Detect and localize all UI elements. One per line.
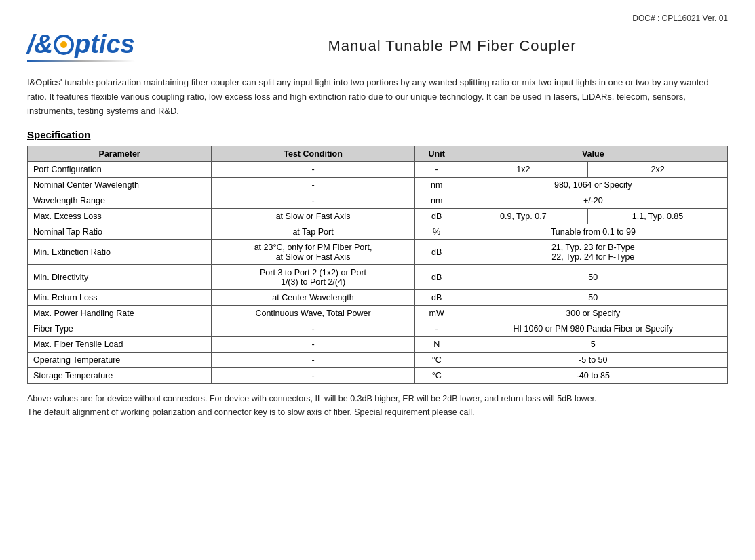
cond-ext-ratio: at 23°C, only for PM Fiber Port,at Slow …	[212, 240, 414, 265]
footer-notes: Above values are for device without conn…	[27, 392, 728, 419]
unit-return-loss: dB	[414, 290, 459, 306]
table-row: Min. Extinction Ratio at 23°C, only for …	[28, 240, 728, 265]
page-title: Manual Tunable PM Fiber Coupler	[176, 37, 728, 55]
cond-op-temp: -	[212, 353, 414, 368]
logo: / & ptics	[27, 30, 176, 62]
cond-tensile-load: -	[212, 337, 414, 353]
section-title: Specification	[27, 129, 728, 140]
footer-line1: Above values are for device without conn…	[27, 394, 597, 403]
table-row: Nominal Center Wavelength - nm 980, 1064…	[28, 178, 728, 193]
param-fiber-type: Fiber Type	[28, 321, 212, 337]
logo-amp: &	[35, 30, 53, 59]
val-2x2: 2x2	[588, 162, 728, 178]
product-description: I&Optics' tunable polarization maintaini…	[27, 76, 728, 118]
param-ext-ratio: Min. Extinction Ratio	[28, 240, 212, 265]
val-power-handling: 300 or Specify	[459, 306, 727, 321]
cond-wavelength: -	[212, 178, 414, 193]
cond-fiber-type: -	[212, 321, 414, 337]
unit-ext-ratio: dB	[414, 240, 459, 265]
header-value: Value	[459, 146, 727, 162]
val-wl-range: +/-20	[459, 193, 727, 209]
table-row: Max. Excess Loss at Slow or Fast Axis dB…	[28, 209, 728, 224]
cond-return-loss: at Center Wavelength	[212, 290, 414, 306]
val-op-temp: -5 to 50	[459, 353, 727, 368]
unit-tensile-load: N	[414, 337, 459, 353]
val-ext-ratio: 21, Typ. 23 for B-Type22, Typ. 24 for F-…	[459, 240, 727, 265]
unit-directivity: dB	[414, 265, 459, 290]
table-row: Operating Temperature - °C -5 to 50	[28, 353, 728, 368]
unit-op-temp: °C	[414, 353, 459, 368]
unit-excess-loss: dB	[414, 209, 459, 224]
cond-storage-temp: -	[212, 368, 414, 384]
header-parameter: Parameter	[28, 146, 212, 162]
table-row: Wavelength Range - nm +/-20	[28, 193, 728, 209]
table-row: Min. Directivity Port 3 to Port 2 (1x2) …	[28, 265, 728, 290]
val-excess-loss-2x2: 1.1, Typ. 0.85	[588, 209, 728, 224]
val-directivity: 50	[459, 265, 727, 290]
table-header-row: Parameter Test Condition Unit Value	[28, 146, 728, 162]
spec-table: Parameter Test Condition Unit Value Port…	[27, 146, 728, 384]
unit-port-config: -	[414, 162, 459, 178]
val-excess-loss-1x2: 0.9, Typ. 0.7	[459, 209, 587, 224]
param-directivity: Min. Directivity	[28, 265, 212, 290]
table-row: Max. Power Handling Rate Continuous Wave…	[28, 306, 728, 321]
header-unit: Unit	[414, 146, 459, 162]
cond-port-config: -	[212, 162, 414, 178]
param-tensile-load: Max. Fiber Tensile Load	[28, 337, 212, 353]
table-row: Min. Return Loss at Center Wavelength dB…	[28, 290, 728, 306]
cond-tap-ratio: at Tap Port	[212, 224, 414, 240]
doc-reference: DOC# : CPL16021 Ver. 01	[27, 14, 728, 23]
header-area: / & ptics Manual Tunable PM Fiber Couple…	[27, 30, 728, 62]
val-tensile-load: 5	[459, 337, 727, 353]
param-op-temp: Operating Temperature	[28, 353, 212, 368]
cond-power-handling: Continuous Wave, Total Power	[212, 306, 414, 321]
val-fiber-type: HI 1060 or PM 980 Panda Fiber or Specify	[459, 321, 727, 337]
cond-wl-range: -	[212, 193, 414, 209]
val-return-loss: 50	[459, 290, 727, 306]
param-power-handling: Max. Power Handling Rate	[28, 306, 212, 321]
param-port-config: Port Configuration	[28, 162, 212, 178]
cond-excess-loss: at Slow or Fast Axis	[212, 209, 414, 224]
val-1x2: 1x2	[459, 162, 587, 178]
table-row: Storage Temperature - °C -40 to 85	[28, 368, 728, 384]
table-row: Port Configuration - - 1x2 2x2	[28, 162, 728, 178]
param-excess-loss: Max. Excess Loss	[28, 209, 212, 224]
unit-wavelength: nm	[414, 178, 459, 193]
unit-tap-ratio: %	[414, 224, 459, 240]
table-row: Max. Fiber Tensile Load - N 5	[28, 337, 728, 353]
logo-o-icon	[54, 35, 74, 55]
param-tap-ratio: Nominal Tap Ratio	[28, 224, 212, 240]
unit-storage-temp: °C	[414, 368, 459, 384]
val-wavelength: 980, 1064 or Specify	[459, 178, 727, 193]
footer-line2: The default alignment of working polariz…	[27, 407, 474, 417]
val-tap-ratio: Tunable from 0.1 to 99	[459, 224, 727, 240]
unit-power-handling: mW	[414, 306, 459, 321]
logo-slash: /	[27, 30, 35, 59]
header-test-condition: Test Condition	[212, 146, 414, 162]
param-return-loss: Min. Return Loss	[28, 290, 212, 306]
unit-fiber-type: -	[414, 321, 459, 337]
table-row: Nominal Tap Ratio at Tap Port % Tunable …	[28, 224, 728, 240]
val-storage-temp: -40 to 85	[459, 368, 727, 384]
table-row: Fiber Type - - HI 1060 or PM 980 Panda F…	[28, 321, 728, 337]
unit-wl-range: nm	[414, 193, 459, 209]
logo-ptics: ptics	[75, 30, 135, 59]
logo-underline	[27, 60, 135, 62]
param-wavelength: Nominal Center Wavelength	[28, 178, 212, 193]
param-wl-range: Wavelength Range	[28, 193, 212, 209]
cond-directivity: Port 3 to Port 2 (1x2) or Port1/(3) to P…	[212, 265, 414, 290]
param-storage-temp: Storage Temperature	[28, 368, 212, 384]
